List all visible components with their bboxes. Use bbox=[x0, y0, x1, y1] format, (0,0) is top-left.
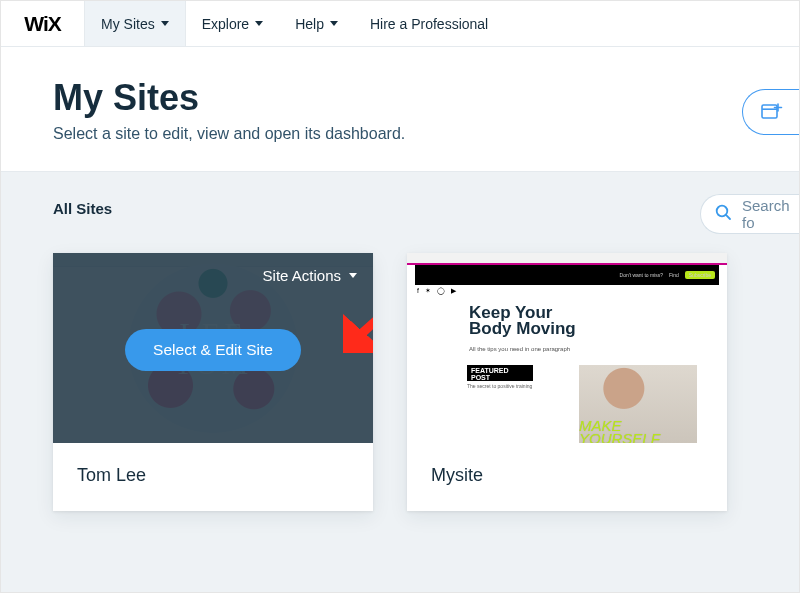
chevron-down-icon bbox=[255, 21, 263, 26]
nav-hire-professional[interactable]: Hire a Professional bbox=[354, 1, 504, 46]
all-sites-filter[interactable]: All Sites bbox=[53, 200, 112, 217]
thumb-hero-image: MAKE YOURSELF bbox=[579, 365, 697, 443]
search-placeholder: Search fo bbox=[742, 197, 800, 231]
select-edit-site-button[interactable]: Select & Edit Site bbox=[125, 329, 301, 371]
site-actions-menu[interactable]: Site Actions bbox=[263, 267, 357, 284]
site-thumbnail: Don't want to miss? Find Subscribe f ✶ ◯… bbox=[407, 253, 727, 443]
nav-my-sites[interactable]: My Sites bbox=[85, 1, 186, 46]
thumb-featured: FEATURED POST The secret to positive tra… bbox=[467, 365, 533, 389]
page-title: My Sites bbox=[53, 77, 799, 119]
select-edit-label: Select & Edit Site bbox=[153, 341, 273, 358]
chevron-down-icon bbox=[330, 21, 338, 26]
site-card-mysite[interactable]: Don't want to miss? Find Subscribe f ✶ ◯… bbox=[407, 253, 727, 511]
annotation-arrow-icon bbox=[343, 293, 373, 353]
thumb-social-icons: f ✶ ◯ ▶ bbox=[417, 287, 458, 295]
thumb-headline: Keep Your Body Moving bbox=[469, 305, 576, 337]
create-new-site-button[interactable] bbox=[742, 89, 800, 135]
thumb-subtext: All the tips you need in one paragraph bbox=[469, 346, 570, 352]
thumb-subscribe: Subscribe bbox=[685, 271, 715, 279]
nav-label: Help bbox=[295, 16, 324, 32]
top-nav: WiX My Sites Explore Help Hire a Profess… bbox=[1, 1, 799, 47]
search-input[interactable]: Search fo bbox=[700, 194, 800, 234]
content-area: All Sites Search fo Site Actions bbox=[1, 172, 799, 592]
search-icon bbox=[715, 204, 732, 224]
site-thumbnail: Site Actions Select & Edit Site bbox=[53, 253, 373, 443]
thumb-featured-l2: POST bbox=[471, 374, 490, 381]
nav-help[interactable]: Help bbox=[279, 1, 354, 46]
chevron-down-icon bbox=[161, 21, 169, 26]
thumb-nav-text: Find bbox=[669, 272, 679, 278]
page-header: My Sites Select a site to edit, view and… bbox=[1, 47, 799, 172]
page-subtitle: Select a site to edit, view and open its… bbox=[53, 125, 799, 143]
nav-explore[interactable]: Explore bbox=[186, 1, 279, 46]
thumb-featured-caption: The secret to positive training bbox=[467, 383, 533, 389]
site-card-title: Mysite bbox=[407, 443, 727, 510]
wix-logo[interactable]: WiX bbox=[1, 1, 85, 46]
site-card-title: Tom Lee bbox=[53, 443, 373, 510]
site-card-tom-lee[interactable]: Site Actions Select & Edit Site bbox=[53, 253, 373, 511]
thumb-nav-text: Don't want to miss? bbox=[620, 272, 663, 278]
nav-label: My Sites bbox=[101, 16, 155, 32]
site-cards: Site Actions Select & Edit Site bbox=[53, 253, 799, 511]
new-site-icon bbox=[761, 102, 783, 122]
nav-label: Hire a Professional bbox=[370, 16, 488, 32]
chevron-down-icon bbox=[349, 273, 357, 278]
thumb-headline-2: Body Moving bbox=[469, 321, 576, 337]
thumb-featured-l1: FEATURED bbox=[471, 367, 509, 374]
site-actions-label: Site Actions bbox=[263, 267, 341, 284]
thumb-hero-text: MAKE YOURSELF bbox=[579, 419, 695, 443]
card-hover-overlay: Site Actions Select & Edit Site bbox=[53, 253, 373, 443]
content-toolbar: All Sites bbox=[53, 200, 799, 217]
nav-label: Explore bbox=[202, 16, 249, 32]
